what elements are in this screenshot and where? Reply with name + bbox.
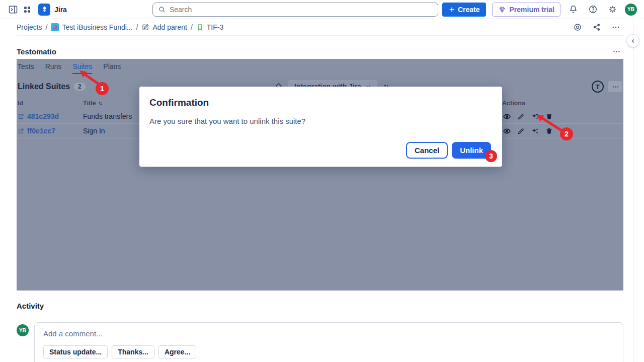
- suite-id-link[interactable]: 481c293d: [18, 112, 83, 120]
- cancel-button[interactable]: Cancel: [406, 142, 448, 159]
- bookmark-icon: [196, 24, 204, 31]
- plus-icon: [448, 6, 455, 13]
- confirmation-modal: Confirmation Are you sure that you want …: [139, 87, 502, 167]
- quick-reply-thanks[interactable]: Thanks...: [112, 345, 154, 358]
- share-icon[interactable]: [589, 21, 605, 34]
- right-panel-divider: [633, 19, 633, 362]
- sidebar-toggle-icon[interactable]: [6, 3, 20, 17]
- view-eye-icon[interactable]: [502, 112, 511, 121]
- comment-placeholder: Add a comment...: [43, 329, 614, 338]
- comment-avatar: YB: [17, 324, 29, 336]
- breadcrumb-projects[interactable]: Projects: [17, 23, 42, 31]
- breadcrumb-issue-key[interactable]: TIF-3: [196, 23, 223, 31]
- linked-suites-count-badge: 2: [74, 83, 86, 91]
- suite-id-link[interactable]: ff0e1cc7: [18, 127, 83, 135]
- external-link-icon: [18, 128, 24, 134]
- comment-editor[interactable]: Add a comment... Status update... Thanks…: [34, 322, 623, 362]
- user-avatar[interactable]: YB: [625, 4, 637, 16]
- modal-title: Confirmation: [139, 87, 502, 108]
- app-name: Jira: [54, 6, 67, 14]
- tab-suites[interactable]: Suites: [72, 62, 92, 74]
- tab-runs[interactable]: Runs: [45, 62, 62, 74]
- modal-message: Are you sure that you want to unlink thi…: [139, 108, 502, 125]
- quick-reply-agree[interactable]: Agree...: [158, 345, 196, 358]
- more-actions-icon[interactable]: [608, 21, 624, 34]
- app-switcher-icon[interactable]: [20, 3, 34, 17]
- testomatio-tabs: Tests Runs Suites Plans: [17, 59, 623, 74]
- ai-sparkles-icon[interactable]: [530, 112, 539, 121]
- settings-gear-icon[interactable]: [605, 3, 619, 17]
- breadcrumb: Projects / Test iBusiness Fundi... / Add…: [17, 19, 624, 36]
- edit-icon: [141, 23, 149, 31]
- diamond-icon: [498, 6, 506, 14]
- column-sort-icon: [98, 101, 103, 106]
- delete-trash-icon[interactable]: [544, 126, 553, 135]
- tab-plans[interactable]: Plans: [103, 62, 121, 74]
- watch-eye-icon[interactable]: [570, 21, 586, 34]
- widget-more-icon[interactable]: [609, 46, 623, 56]
- search-bar[interactable]: [152, 3, 438, 17]
- tab-tests[interactable]: Tests: [18, 62, 34, 74]
- quick-reply-status-update[interactable]: Status update...: [43, 345, 108, 358]
- external-link-icon: [18, 113, 24, 120]
- unlink-button[interactable]: Unlink: [452, 142, 491, 159]
- premium-trial-button[interactable]: Premium trial: [492, 3, 560, 17]
- collapse-panel-chevron-icon[interactable]: [626, 34, 639, 47]
- search-input[interactable]: [170, 6, 433, 14]
- add-parent-button[interactable]: Add parent: [141, 23, 187, 31]
- activity-title: Activity: [17, 302, 623, 310]
- testomatio-logo-icon: T: [592, 81, 604, 93]
- panel-more-icon[interactable]: [608, 81, 622, 92]
- create-button[interactable]: Create: [442, 3, 486, 17]
- view-eye-icon[interactable]: [502, 126, 511, 135]
- ai-sparkles-icon[interactable]: [530, 126, 539, 135]
- linked-suites-title: Linked Suites: [18, 82, 70, 91]
- column-header-id[interactable]: Id: [18, 100, 83, 107]
- delete-trash-icon[interactable]: [544, 112, 553, 121]
- project-avatar-icon: [51, 23, 59, 31]
- help-icon[interactable]: [586, 3, 600, 17]
- top-navbar: Jira Create Premium trial YB: [0, 0, 644, 19]
- search-icon: [158, 6, 166, 14]
- activity-divider: [17, 315, 623, 315]
- column-header-actions: Actions: [502, 100, 622, 107]
- breadcrumb-project[interactable]: Test iBusiness Fundi...: [51, 23, 132, 31]
- edit-pencil-icon[interactable]: [516, 112, 525, 121]
- jira-logo-icon[interactable]: [38, 4, 50, 16]
- edit-pencil-icon[interactable]: [516, 126, 525, 135]
- testomatio-widget-title: Testomatio: [17, 47, 56, 56]
- notifications-bell-icon[interactable]: [566, 3, 580, 17]
